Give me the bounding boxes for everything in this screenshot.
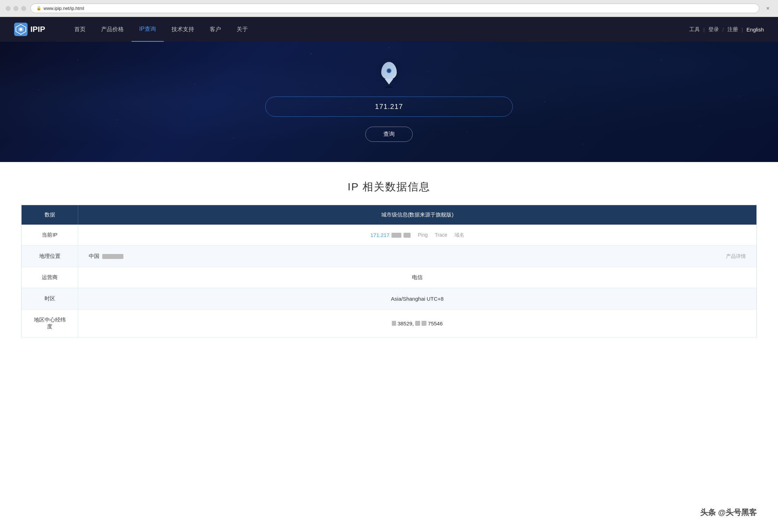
navbar: IPIP 首页 产品价格 IP查询 技术支持 客户 关于 工具 | 登录 / 注…	[0, 17, 778, 42]
coord-suffix: 75546	[428, 320, 443, 326]
address-bar[interactable]: 🔒 www.ipip.net/ip.html	[30, 4, 759, 13]
ip-address-link[interactable]: 171.217	[370, 232, 389, 238]
trace-link[interactable]: Trace	[435, 232, 447, 238]
table-row: 当前IP 171.217 Ping Trace 域名	[22, 225, 757, 246]
location-redacted	[102, 254, 123, 259]
pin-dot	[387, 68, 391, 73]
ip-redacted-2	[403, 233, 411, 238]
row-label-isp: 运营商	[22, 267, 78, 288]
browser-chrome: 🔒 www.ipip.net/ip.html ×	[0, 0, 778, 17]
browser-close-btn[interactable]	[6, 6, 11, 11]
nav-item-ip-query[interactable]: IP查询	[132, 17, 164, 42]
product-detail-link[interactable]: 产品详情	[726, 253, 746, 260]
ip-action-links: Ping Trace 域名	[418, 232, 464, 238]
row-label-timezone: 时区	[22, 288, 78, 310]
logo[interactable]: IPIP	[14, 23, 45, 36]
pin-body	[381, 62, 397, 80]
table-row: 时区 Asia/Shanghai UTC+8	[22, 288, 757, 310]
table-header: 数据 城市级信息(数据来源于旗舰版)	[22, 205, 757, 225]
info-section: IP 相关数据信息 数据 城市级信息(数据来源于旗舰版) 当前IP 171.21…	[0, 162, 778, 359]
ping-link[interactable]: Ping	[418, 232, 428, 238]
row-label-ip: 当前IP	[22, 225, 78, 246]
divider-2: /	[722, 27, 724, 33]
tools-link[interactable]: 工具	[689, 26, 700, 33]
row-value-ip: 171.217 Ping Trace 域名	[78, 225, 757, 246]
info-title: IP 相关数据信息	[21, 180, 757, 194]
header-city: 城市级信息(数据来源于旗舰版)	[78, 205, 757, 225]
location-country: 中国	[89, 253, 99, 260]
url-text: www.ipip.net/ip.html	[43, 6, 84, 11]
table-row: 运营商 电信	[22, 267, 757, 288]
coord-redacted-2	[415, 321, 420, 326]
lock-icon: 🔒	[36, 6, 41, 11]
browser-controls	[6, 6, 26, 11]
nav-item-support[interactable]: 技术支持	[164, 17, 202, 42]
divider-3: |	[742, 27, 743, 33]
login-link[interactable]: 登录	[708, 26, 719, 33]
coord-prefix: 38529,	[397, 320, 414, 326]
table-body: 当前IP 171.217 Ping Trace 域名	[22, 225, 757, 337]
row-value-isp: 电信	[78, 267, 757, 288]
browser-maximize-btn[interactable]	[21, 6, 26, 11]
nav-item-pricing[interactable]: 产品价格	[93, 17, 132, 42]
divider-1: |	[703, 27, 705, 33]
domain-link[interactable]: 域名	[454, 232, 464, 238]
logo-text: IPIP	[30, 25, 45, 34]
english-link[interactable]: English	[747, 27, 764, 33]
table-row: 地区中心经纬度 38529, 75546	[22, 310, 757, 337]
location-cell: 中国	[89, 253, 123, 260]
logo-icon	[14, 23, 28, 36]
hero-section: 查询	[0, 42, 778, 162]
nav-items: 首页 产品价格 IP查询 技术支持 客户 关于	[66, 17, 689, 42]
coord-redacted-1	[392, 321, 396, 326]
browser-close-button[interactable]: ×	[764, 5, 772, 12]
coord-redacted-3	[422, 321, 426, 326]
table-row: 地理位置 中国 产品详情	[22, 246, 757, 267]
row-value-timezone: Asia/Shanghai UTC+8	[78, 288, 757, 310]
header-data: 数据	[22, 205, 78, 225]
browser-minimize-btn[interactable]	[13, 6, 18, 11]
search-container	[265, 97, 513, 117]
table-header-row: 数据 城市级信息(数据来源于旗舰版)	[22, 205, 757, 225]
nav-right: 工具 | 登录 / 注册 | English	[689, 26, 764, 33]
nav-item-customers[interactable]: 客户	[202, 17, 229, 42]
nav-item-about[interactable]: 关于	[229, 17, 256, 42]
svg-point-2	[19, 28, 22, 31]
ip-redacted-1	[391, 233, 401, 238]
row-label-coords: 地区中心经纬度	[22, 310, 78, 337]
location-pin	[381, 62, 397, 88]
register-link[interactable]: 注册	[727, 26, 738, 33]
row-label-location: 地理位置	[22, 246, 78, 267]
row-value-location: 中国 产品详情	[78, 246, 757, 267]
nav-item-home[interactable]: 首页	[66, 17, 93, 42]
row-value-coords: 38529, 75546	[78, 310, 757, 337]
info-table: 数据 城市级信息(数据来源于旗舰版) 当前IP 171.217 Ping	[21, 205, 757, 337]
ip-search-input[interactable]	[265, 97, 513, 117]
pin-shadow	[385, 86, 393, 88]
coord-cell: 38529, 75546	[89, 320, 746, 326]
